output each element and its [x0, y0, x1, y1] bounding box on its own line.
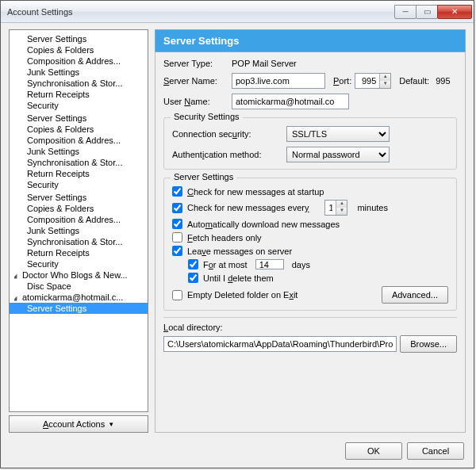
server-settings-legend: Server Settings: [171, 172, 236, 182]
auto-download-checkbox[interactable]: Automatically download new messages: [172, 219, 448, 229]
days-input[interactable]: [255, 259, 284, 269]
account-actions-button[interactable]: Account Actions ▼: [9, 415, 148, 433]
connection-security-select[interactable]: SSL/TLS: [286, 126, 390, 142]
advanced-button[interactable]: Advanced...: [382, 286, 448, 304]
tree-item[interactable]: Return Receipts: [10, 247, 148, 258]
tree-item[interactable]: Security: [10, 258, 148, 269]
tree-account[interactable]: [14, 32, 148, 33]
ok-button[interactable]: OK: [345, 442, 402, 460]
server-type-value: POP Mail Server: [232, 59, 297, 68]
tree-item[interactable]: Return Receipts: [10, 89, 148, 100]
default-port-value: 995: [436, 76, 450, 86]
tree-item[interactable]: Composition & Addres...: [10, 55, 148, 67]
auth-method-select[interactable]: Normal password: [286, 147, 390, 162]
tree-item[interactable]: Copies & Folders: [10, 203, 148, 214]
tree-item[interactable]: Composition & Addres...: [10, 214, 148, 225]
cancel-button[interactable]: Cancel: [407, 442, 464, 460]
auth-method-label: Authentication method:: [172, 150, 283, 159]
tree-item[interactable]: Copies & Folders: [10, 44, 148, 55]
fetch-headers-checkbox[interactable]: Fetch headers only: [172, 232, 448, 243]
security-legend: Security Settings: [171, 112, 243, 121]
tree-item[interactable]: Composition & Addres...: [10, 135, 148, 146]
tree-item[interactable]: Server Settings: [10, 113, 148, 124]
server-settings-panel: Server Type: POP Mail Server Server Name…: [155, 52, 466, 433]
tree-item[interactable]: Junk Settings: [10, 225, 148, 236]
check-every-checkbox[interactable]: Check for new messages every ▲▼ minutes: [172, 200, 448, 216]
chevron-down-icon: ▼: [108, 421, 114, 428]
tree-item[interactable]: Return Receipts: [10, 168, 148, 179]
tree-item[interactable]: Synchronisation & Stor...: [10, 236, 148, 247]
check-interval-spinner[interactable]: ▲▼: [324, 200, 347, 216]
connection-security-label: Connection security:: [172, 129, 283, 139]
tree-account[interactable]: Doctor Who Blogs & New...: [14, 269, 148, 281]
account-settings-window: Account Settings ─ ▭ ✕ Server SettingsCo…: [0, 0, 474, 468]
server-type-label: Server Type:: [163, 59, 228, 68]
tree-account[interactable]: [14, 190, 148, 192]
dialog-buttons: OK Cancel: [1, 438, 474, 468]
until-delete-checkbox[interactable]: Until I delete them: [188, 273, 448, 283]
tree-item[interactable]: Security: [10, 179, 148, 190]
leave-on-server-checkbox[interactable]: Leave messages on server: [172, 246, 448, 256]
sidebar: Server SettingsCopies & FoldersCompositi…: [9, 29, 148, 433]
port-input[interactable]: [355, 74, 379, 88]
spin-down-icon[interactable]: ▼: [379, 81, 390, 88]
browse-button[interactable]: Browse...: [400, 335, 457, 353]
tree-item[interactable]: Server Settings: [10, 33, 148, 44]
account-actions-label: ccount Actions: [48, 419, 105, 429]
tree-item[interactable]: Disc Space: [10, 281, 148, 292]
minimize-button[interactable]: ─: [394, 5, 416, 19]
close-button[interactable]: ✕: [437, 5, 472, 19]
default-port-label: Default:: [399, 76, 429, 86]
window-title: Account Settings: [7, 7, 395, 17]
tree-item[interactable]: Copies & Folders: [10, 124, 148, 135]
port-spinner[interactable]: ▲▼: [355, 73, 391, 89]
tree-item[interactable]: Server Settings: [10, 303, 148, 314]
server-name-label: Server Name:: [163, 76, 228, 86]
tree-item[interactable]: Junk Settings: [10, 67, 148, 78]
check-startup-checkbox[interactable]: Check for new messages at startup: [172, 186, 448, 197]
port-label: Port:: [333, 76, 351, 86]
for-at-most-checkbox[interactable]: For at most days: [188, 259, 448, 269]
tree-item[interactable]: Synchronisation & Stor...: [10, 78, 148, 89]
tree-item[interactable]: Server Settings: [10, 192, 148, 203]
server-name-input[interactable]: [232, 73, 325, 89]
username-input[interactable]: [232, 94, 349, 109]
tree-item[interactable]: Junk Settings: [10, 146, 148, 157]
account-tree[interactable]: Server SettingsCopies & FoldersCompositi…: [9, 29, 148, 412]
local-directory-label: Local directory:: [163, 323, 457, 332]
tree-item[interactable]: Security: [10, 100, 148, 111]
maximize-button[interactable]: ▭: [416, 5, 438, 19]
local-directory-input[interactable]: [163, 336, 397, 352]
server-settings-group: Server Settings Check for new messages a…: [163, 178, 457, 311]
username-label: User Name:: [163, 97, 228, 106]
tree-item[interactable]: Synchronisation & Stor...: [10, 157, 148, 168]
titlebar[interactable]: Account Settings ─ ▭ ✕: [1, 1, 474, 23]
panel-header: Server Settings: [155, 29, 466, 52]
tree-account[interactable]: atomickarma@hotmail.c...: [14, 292, 148, 303]
tree-account[interactable]: [14, 111, 148, 113]
empty-on-exit-checkbox[interactable]: Empty Deleted folder on Exit: [172, 290, 382, 300]
security-group: Security Settings Connection security: S…: [163, 117, 457, 170]
spin-up-icon[interactable]: ▲: [379, 74, 390, 81]
